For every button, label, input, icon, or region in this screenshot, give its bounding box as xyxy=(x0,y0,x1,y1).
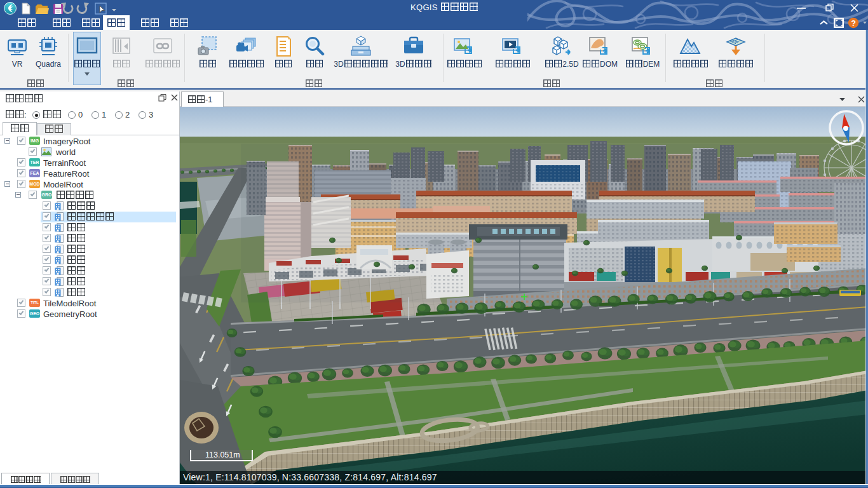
svg-text:?: ? xyxy=(851,19,856,28)
svg-text:113.051m: 113.051m xyxy=(205,451,240,459)
